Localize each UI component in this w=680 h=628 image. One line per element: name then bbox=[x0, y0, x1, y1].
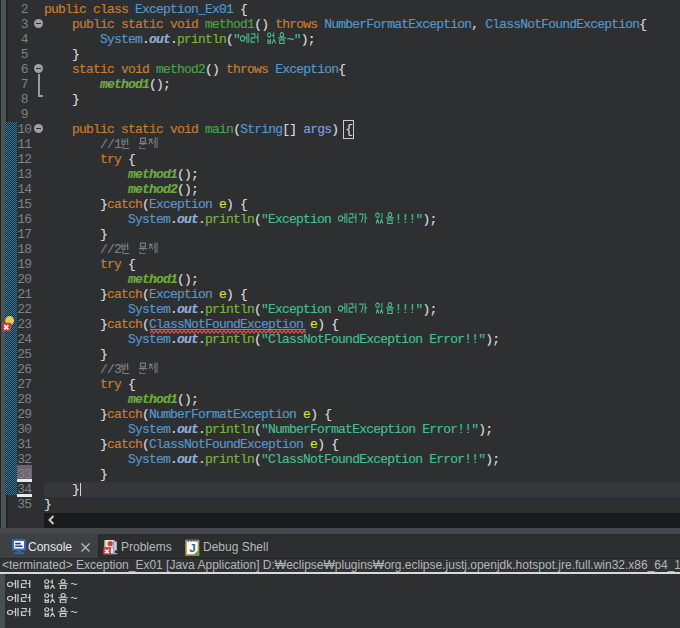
svg-text:J: J bbox=[189, 542, 195, 554]
